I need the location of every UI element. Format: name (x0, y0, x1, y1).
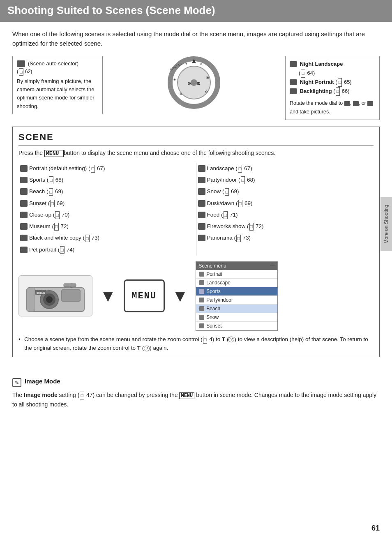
scene-right-2: Party/indoor (□ 68) (196, 174, 374, 186)
scene-row-8: Pet portrait (□ 74) (18, 244, 374, 256)
svg-text:✿: ✿ (205, 90, 208, 94)
bottom-section: ✎ Image Mode The Image mode setting (□ 4… (0, 371, 392, 413)
sunset-icon (20, 200, 28, 207)
landscape-menu-icon (199, 280, 204, 285)
scene-label-partyindoor: Party/indoor (□ 68) (207, 176, 255, 184)
scene-label-museum: Museum (□ 72) (29, 222, 69, 231)
svg-text:◈: ◈ (173, 78, 176, 81)
sunset-menu-icon (199, 323, 204, 328)
scene-desc-post: button to display the scene menu and cho… (64, 150, 275, 156)
scene-menu-item-snow[interactable]: Snow (196, 313, 277, 322)
intro-text: When one of the following scenes is sele… (12, 29, 380, 48)
scene-left-3: Beach (□ 69) (18, 186, 196, 197)
sidebar-tab-label: More on Shooting (383, 205, 389, 244)
nightportrait-label: Night Portrait (300, 79, 334, 85)
diagram-center: SCENE ✦ ⊕ ▣ ✿ ★ ◈ EFFECTS (103, 56, 285, 109)
icon-backlighting-small (367, 101, 373, 106)
menu-button-box[interactable]: MENU (124, 279, 165, 312)
snow-icon (198, 188, 205, 195)
scene-auto-selector-icon (17, 60, 25, 67)
right-diagram-box: Night Landscape (□ 64) Night Portrait (□… (285, 56, 380, 120)
scene-menu-item-portrait[interactable]: Portrait (196, 270, 277, 279)
arrow-right-2: ▼ (172, 287, 189, 305)
arrow-right-1: ▼ (100, 287, 116, 305)
scene-right-4: Dusk/dawn (□ 69) (196, 198, 374, 209)
right-box-nightportrait: Night Portrait (□ 65) (290, 78, 375, 87)
question-circle-2: ? (144, 346, 150, 351)
scene-label-snow: Snow (□ 69) (207, 187, 239, 196)
left-box-title: (Scene auto selector) (□ 62) (17, 60, 98, 76)
page-header: Shooting Suited to Scenes (Scene Mode) (0, 0, 392, 22)
partyindoor-menu-label: Party/indoor (206, 297, 233, 303)
nightlandscape-ref: (□ 64) (299, 70, 315, 76)
nightlandscape-icon (290, 61, 297, 67)
svg-rect-19 (27, 288, 35, 312)
svg-text:SCENE: SCENE (37, 292, 45, 294)
note-title-text: Image Mode (25, 378, 60, 385)
note-icon: ✎ (12, 378, 21, 387)
pencil-icon: ✎ (15, 380, 19, 386)
note-title: Image Mode (25, 378, 60, 385)
snow-menu-icon (199, 315, 204, 320)
camera-image-box: SCENE (18, 275, 92, 316)
scene-label-petportrait: Pet portrait (□ 74) (29, 246, 74, 254)
scene-menu-item-beach[interactable]: Beach (196, 305, 277, 313)
scene-menu-item-sports[interactable]: Sports (196, 287, 277, 296)
left-box-description: By simply framing a picture, the camera … (17, 77, 98, 111)
petportrait-icon (20, 247, 28, 253)
book-icon-left: □ (19, 68, 23, 76)
fireworks-icon (198, 223, 205, 230)
right-sidebar-tab: More on Shooting (380, 197, 392, 251)
scene-box-desc: Press the MENU button to display the sce… (18, 149, 374, 158)
sports-menu-icon (199, 289, 204, 294)
t-label-1: T (222, 336, 225, 342)
svg-text:★: ★ (180, 92, 182, 96)
scene-menu-panel: Scene menu — Portrait Landscape Sports (196, 261, 278, 331)
right-box-footer: Rotate the mode dial to , , or and take … (290, 99, 375, 117)
svg-text:⊕: ⊕ (199, 62, 202, 66)
menu-tag-note: MENU (179, 392, 194, 399)
museum-icon (20, 223, 28, 230)
scene-row-6: Museum (□ 72) Fireworks show (□ 72) (18, 221, 374, 232)
scene-label-beach: Beach (□ 69) (29, 187, 63, 196)
portrait-menu-icon (199, 272, 204, 277)
menu-keyword-badge: MENU (44, 150, 64, 157)
landscape-icon (198, 165, 205, 172)
t-label-2: T (137, 345, 141, 351)
scene-left-1: Portrait (default setting) (□ 67) (18, 163, 196, 174)
scene-menu-item-partyindoor[interactable]: Party/indoor (196, 296, 277, 305)
bwcopy-icon (20, 235, 28, 241)
portrait-menu-label: Portrait (206, 271, 222, 277)
svg-rect-16 (62, 290, 80, 301)
icon-nightportrait-small (353, 101, 359, 106)
left-box-pageref: (□ 62) (17, 69, 32, 74)
right-box-nightlandscape: Night Landscape (□ 64) (290, 60, 375, 78)
left-box-title-text: (Scene auto selector) (28, 60, 79, 67)
bullet-note: Choose a scene type from the scene menu … (18, 335, 374, 353)
scene-row-3: Beach (□ 69) Snow (□ 69) (18, 186, 374, 197)
image-mode-bold: Image mode (24, 392, 58, 398)
bottom-diagram: SCENE ▼ MENU ▼ Scene menu — (18, 261, 374, 331)
food-icon (198, 212, 205, 218)
scene-left-2: Sports (□ 68) (18, 174, 196, 186)
scene-menu-header: Scene menu — (196, 262, 277, 270)
question-circle-1: ? (228, 337, 234, 342)
scene-right-8 (196, 244, 374, 256)
right-box-content: Night Landscape (□ 64) Night Portrait (□… (290, 60, 375, 117)
scene-left-7: Black and white copy (□ 73) (18, 232, 196, 244)
scene-menu-item-landscape[interactable]: Landscape (196, 279, 277, 287)
menu-button-label: MENU (131, 291, 157, 301)
backlighting-icon (290, 88, 297, 94)
mode-dial-svg: SCENE ✦ ⊕ ▣ ✿ ★ ◈ EFFECTS (167, 56, 221, 109)
book-icon-bullet: □ (203, 336, 208, 344)
scene-right-7: Panorama (□ 73) (196, 232, 374, 244)
scene-label-duskdawn: Dusk/dawn (□ 69) (207, 199, 253, 208)
landscape-menu-label: Landscape (206, 280, 231, 286)
scene-menu-item-sunset[interactable]: Sunset (196, 322, 277, 330)
nightportrait-icon (290, 79, 297, 85)
scene-label-fireworks: Fireworks show (□ 72) (207, 222, 264, 231)
snow-menu-label: Snow (206, 314, 219, 320)
scene-box-title: SCENE (18, 132, 374, 145)
page-title: Shooting Suited to Scenes (Scene Mode) (7, 4, 385, 17)
svg-point-11 (191, 79, 197, 86)
